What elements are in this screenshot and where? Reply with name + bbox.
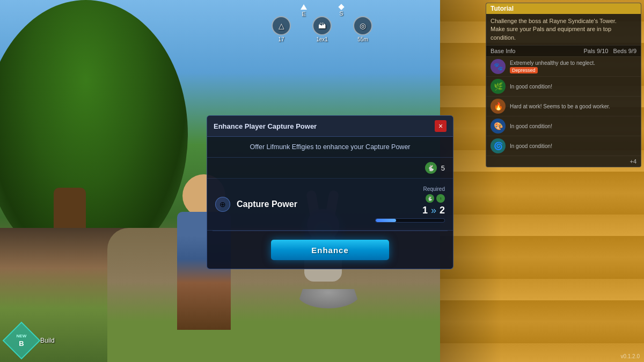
- close-button[interactable]: ×: [435, 120, 447, 132]
- close-icon: ×: [438, 122, 443, 130]
- enhance-button[interactable]: Enhance: [271, 240, 389, 260]
- player-body: [177, 212, 231, 330]
- player-head: [182, 174, 225, 217]
- player-character: [166, 158, 241, 330]
- game-background: [0, 0, 644, 362]
- wood-wall: [440, 0, 644, 362]
